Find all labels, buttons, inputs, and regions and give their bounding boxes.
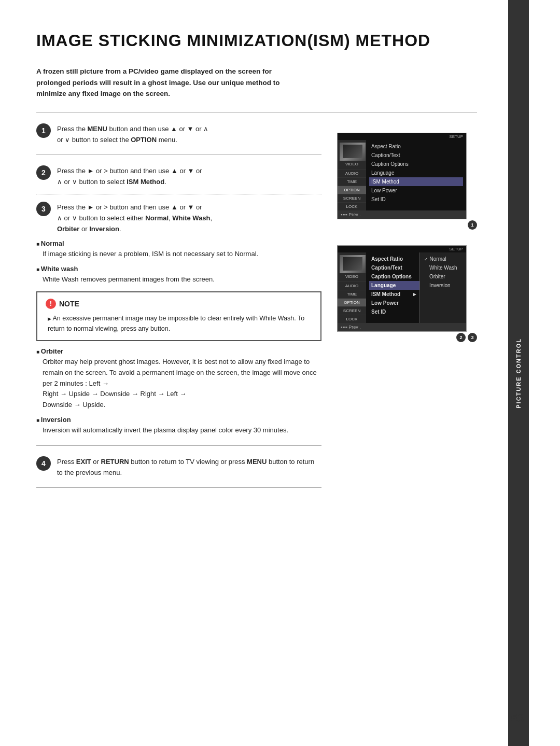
main-content: IMAGE STICKING MINIMIZATION(ISM) METHOD … xyxy=(0,0,508,746)
sidebar-screen-2: SCREEN xyxy=(338,307,366,315)
submenu-whitewash: White Wash xyxy=(422,263,464,272)
steps-column: 1 Press the MENU button and then use ▲ o… xyxy=(36,122,321,498)
tv-footer-2: ▪▪▪▪ Prev . xyxy=(338,323,466,331)
tv-thumb-1 xyxy=(340,143,366,161)
page-container: IMAGE STICKING MINIMIZATION(ISM) METHOD … xyxy=(0,0,560,746)
tv-footer-1: ▪▪▪▪ Prev . xyxy=(338,210,466,219)
menu-item-caption-opts-1: Caption Options xyxy=(369,160,463,168)
sidebar-screen-1: SCREEN xyxy=(338,194,366,202)
section-whitewash-body: White Wash removes permanent images from… xyxy=(43,274,321,285)
sidebar-label: PICTURE CONTROL xyxy=(515,338,522,409)
ism-arrow: ► xyxy=(412,291,417,297)
divider-5 xyxy=(36,487,321,488)
note-header: ! NOTE xyxy=(46,299,312,309)
sidebar-audio-1: AUDIO xyxy=(338,170,366,177)
tv-prev-label-2: ▪▪▪▪ Prev . xyxy=(341,325,361,330)
menu-item-caption-1: Caption/Text xyxy=(369,151,463,160)
tv-prev-label-1: ▪▪▪▪ Prev . xyxy=(341,212,361,217)
sidebar-video-1: VIDEO xyxy=(338,140,366,169)
note-body: An excessive permanent image may be impo… xyxy=(46,313,312,334)
sidebar-time-2: TIME xyxy=(338,290,366,298)
step-4: 4 Press EXIT or RETURN button to return … xyxy=(36,455,321,478)
right-sidebar: PICTURE CONTROL xyxy=(508,0,529,746)
note-box: ! NOTE An excessive permanent image may … xyxy=(36,291,321,341)
menu-screenshot-2: SETUP VIDEO AUDIO TIME OPTION SCREEN xyxy=(337,245,477,342)
tv-sidebar-1: VIDEO AUDIO TIME OPTION SCREEN LOCK xyxy=(338,140,366,210)
sidebar-lock-1: LOCK xyxy=(338,203,366,210)
divider-2 xyxy=(36,154,321,155)
setup-label-2: SETUP xyxy=(338,246,466,252)
step-2-circle: 2 xyxy=(36,165,51,180)
step-4-text: Press EXIT or RETURN button to return to… xyxy=(57,455,321,478)
step-1-text: Press the MENU button and then use ▲ or … xyxy=(57,122,208,146)
page-number: 53 xyxy=(511,712,524,725)
badge-row-1: 1 xyxy=(337,219,477,230)
sidebar-audio-2: AUDIO xyxy=(338,282,366,290)
tv-menu-2-inner: VIDEO AUDIO TIME OPTION SCREEN LOCK Aspe… xyxy=(338,252,466,323)
section-inversion-heading: Inversion xyxy=(36,416,321,424)
divider-3 xyxy=(36,194,321,194)
sidebar-lock-2: LOCK xyxy=(338,315,366,323)
step-1: 1 Press the MENU button and then use ▲ o… xyxy=(36,122,321,146)
badge-row-2: 2 3 xyxy=(337,332,477,342)
sidebar-time-1: TIME xyxy=(338,178,366,186)
section-normal-body: If image sticking is never a problem, IS… xyxy=(43,249,321,260)
submenu-inversion: Inversion xyxy=(422,281,464,290)
section-whitewash-heading: White wash xyxy=(36,265,321,273)
page-title: IMAGE STICKING MINIMIZATION(ISM) METHOD xyxy=(36,31,477,50)
menu-item-aspect-1: Aspect Ratio xyxy=(369,142,463,151)
section-orbiter-heading: Orbiter xyxy=(36,347,321,355)
sidebar-option-2: OPTION xyxy=(338,299,366,306)
tv-thumb-2 xyxy=(340,255,366,273)
divider-1 xyxy=(36,112,477,113)
menu-item-caption-2: Caption/Text xyxy=(369,263,419,272)
menu-item-lowpower-1: Low Power xyxy=(369,186,463,195)
setup-label-1: SETUP xyxy=(338,133,466,140)
section-inversion-body: Inversion will automatically invert the … xyxy=(43,425,321,436)
step-4-circle: 4 xyxy=(36,456,51,471)
menu-item-ism-2: ISM Method ► xyxy=(369,290,419,299)
submenu-normal: Normal xyxy=(422,255,464,263)
menu-item-lowpower-2: Low Power xyxy=(369,299,419,307)
badge-1: 1 xyxy=(468,220,477,230)
menu-item-setid-2: Set ID xyxy=(369,307,419,316)
badge-3: 3 xyxy=(468,333,477,342)
menu-screenshot-1: SETUP VIDEO AUDIO TIME OPTION SCREEN xyxy=(337,133,477,230)
steps-and-ui: 1 Press the MENU button and then use ▲ o… xyxy=(36,122,477,498)
menu-item-aspect-2: Aspect Ratio xyxy=(369,255,419,263)
tv-menu-1-inner: VIDEO AUDIO TIME OPTION SCREEN LOCK Aspe… xyxy=(338,140,466,210)
step-2: 2 Press the ► or > button and then use ▲… xyxy=(36,164,321,188)
step-3-text: Press the ► or > button and then use ▲ o… xyxy=(57,201,212,234)
step-3: 3 Press the ► or > button and then use ▲… xyxy=(36,201,321,234)
tv-menu-list-1: Aspect Ratio Caption/Text Caption Option… xyxy=(366,140,466,210)
sidebar-video-2: VIDEO xyxy=(338,252,366,281)
step-1-circle: 1 xyxy=(36,123,51,138)
menu-item-caption-opts-2: Caption Options xyxy=(369,272,419,281)
tv-menu-1: SETUP VIDEO AUDIO TIME OPTION SCREEN xyxy=(337,133,467,219)
section-orbiter-body: Orbiter may help prevent ghost images. H… xyxy=(43,357,321,411)
submenu-orbiter: Orbiter xyxy=(422,272,464,281)
note-icon: ! xyxy=(46,299,56,309)
menu-item-language-1: Language xyxy=(369,168,463,177)
tv-submenu-2: Normal White Wash Orbiter Inversion xyxy=(419,252,466,323)
ui-column: SETUP VIDEO AUDIO TIME OPTION SCREEN xyxy=(337,122,477,498)
step-2-text: Press the ► or > button and then use ▲ o… xyxy=(57,164,202,188)
ism-label: ISM Method xyxy=(371,291,400,297)
step-3-circle: 3 xyxy=(36,202,51,216)
badge-2: 2 xyxy=(456,333,466,342)
section-normal-heading: Normal xyxy=(36,240,321,247)
intro-text: A frozen still picture from a PC/video g… xyxy=(36,66,306,100)
divider-4 xyxy=(36,445,321,446)
menu-item-setid-1: Set ID xyxy=(369,195,463,204)
sidebar-option-1: OPTION xyxy=(338,186,366,194)
menu-item-ism-1: ISM Method xyxy=(369,177,463,186)
note-title: NOTE xyxy=(59,300,79,308)
tv-menu-list-2: Aspect Ratio Caption/Text Caption Option… xyxy=(366,252,419,323)
menu-item-language-2: Language xyxy=(369,281,419,290)
tv-menu-2: SETUP VIDEO AUDIO TIME OPTION SCREEN xyxy=(337,245,467,332)
tv-sidebar-2: VIDEO AUDIO TIME OPTION SCREEN LOCK xyxy=(338,252,366,323)
